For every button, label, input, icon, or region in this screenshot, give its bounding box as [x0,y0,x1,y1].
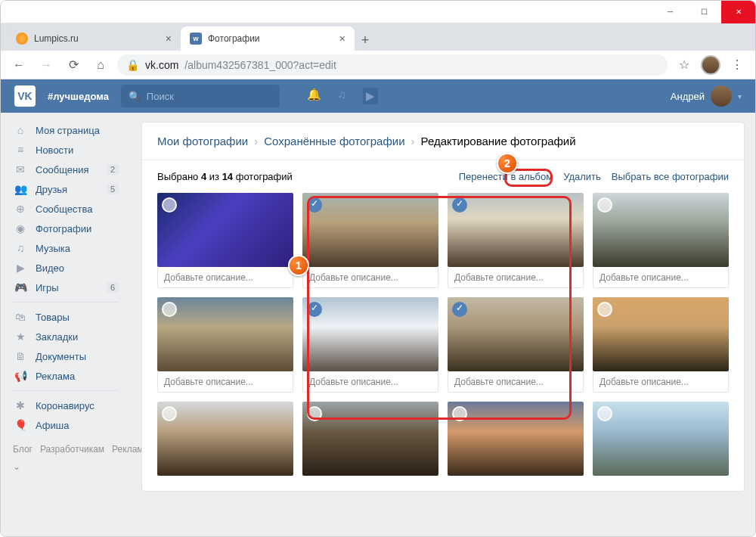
back-button[interactable]: ← [8,54,29,76]
sidebar-icon: 🎈 [13,419,28,431]
sidebar-badge: 2 [107,164,119,175]
selection-checkbox[interactable] [162,406,177,421]
photo-thumbnail[interactable] [157,193,293,267]
selection-checkbox[interactable] [307,197,322,213]
window-close-button[interactable]: ✕ [721,1,755,23]
sidebar-item[interactable]: ♫Музыка [1,238,131,258]
selection-checkbox[interactable] [307,302,322,317]
url-path: /album432567381_000?act=edit [184,59,336,71]
photo-thumbnail[interactable] [302,297,438,371]
sidebar-item[interactable]: 🛍Товары [1,307,131,327]
tab-title: Lumpics.ru [34,33,160,44]
sidebar-item-label: Друзья [36,184,67,195]
sidebar-item[interactable]: ✱Коронавирус [1,396,131,415]
selection-checkbox[interactable] [162,302,177,317]
sidebar-item[interactable]: ⌂Моя страница [1,120,131,140]
reload-button[interactable]: ⟳ [63,54,84,76]
photo-caption-input[interactable]: Добавьте описание... [448,371,584,393]
sidebar-icon: ★ [13,331,28,343]
photo-card: Добавьте описание... [448,297,584,393]
sidebar-item[interactable]: ⊕Сообщества [1,199,131,219]
sidebar-item-label: Музыка [36,243,70,254]
sidebar-icon: ✉ [13,163,28,175]
delete-link[interactable]: Удалить [563,171,601,182]
vk-logo-icon[interactable]: VK [14,85,36,107]
profile-avatar[interactable] [701,55,720,75]
selection-checkbox[interactable] [162,197,177,213]
address-bar[interactable]: 🔒 vk.com/album432567381_000?act=edit [117,54,668,76]
sidebar-item-label: Новости [36,144,73,156]
photo-card: Добавьте описание... [593,297,729,393]
notifications-icon[interactable]: 🔔 [307,88,321,104]
photo-caption-input[interactable]: Добавьте описание... [448,267,584,288]
sidebar-item-label: Моя страница [36,125,100,136]
selection-checkbox[interactable] [307,406,322,421]
photo-caption-input[interactable]: Добавьте описание... [302,267,438,288]
menu-button[interactable]: ⋮ [727,54,748,76]
annotation-number: 2 [497,153,518,174]
new-tab-button[interactable]: + [355,29,376,51]
tab-title: Фотографии [208,33,333,44]
photo-thumbnail[interactable] [448,297,584,371]
sidebar-item[interactable]: 🗎Документы [1,346,131,366]
sidebar-icon: ◉ [13,222,28,234]
home-button[interactable]: ⌂ [90,54,111,76]
photo-caption-input[interactable]: Добавьте описание... [593,371,729,393]
footer-link[interactable]: Разработчикам [40,444,104,455]
sidebar-item[interactable]: ◉Фотографии [1,219,131,238]
sidebar-item[interactable]: ✉Сообщения2 [1,160,131,179]
photo-thumbnail[interactable] [302,402,438,476]
bookmark-button[interactable]: ☆ [674,54,695,76]
sidebar-item[interactable]: ▶Видео [1,258,131,278]
photo-thumbnail[interactable] [593,297,729,371]
photo-caption-input[interactable]: Добавьте описание... [157,371,293,393]
window-maximize-button[interactable]: ☐ [687,1,721,23]
photo-thumbnail[interactable] [157,297,293,371]
sidebar-item[interactable]: 📢Реклама [1,366,131,386]
sidebar-item[interactable]: ★Закладки [1,327,131,346]
photo-thumbnail[interactable] [448,402,584,476]
vk-hashtag[interactable]: #лучшедома [48,91,109,102]
photo-caption-input[interactable]: Добавьте описание... [157,267,293,288]
sidebar-item[interactable]: 🎈Афиша [1,415,131,435]
footer-link[interactable]: Блог [13,444,33,455]
photo-card [593,402,729,476]
browser-toolbar: ← → ⟳ ⌂ 🔒 vk.com/album432567381_000?act=… [1,51,755,79]
photo-thumbnail[interactable] [302,193,438,267]
sidebar-icon: 🗎 [13,350,28,362]
vk-body: ⌂Моя страница≡Новости✉Сообщения2👥Друзья5… [1,113,755,537]
sidebar-item[interactable]: 👥Друзья5 [1,179,131,199]
music-icon[interactable]: ♫ [338,88,346,104]
select-all-link[interactable]: Выбрать все фотографии [612,171,729,182]
vk-search-input[interactable]: 🔍 Поиск [121,85,280,107]
breadcrumb-link[interactable]: Сохранённые фотографии [264,135,404,147]
sidebar-item[interactable]: ≡Новости [1,140,131,160]
tab-close-icon[interactable]: × [166,33,172,45]
selection-checkbox[interactable] [452,197,467,213]
selection-checkbox[interactable] [597,406,612,421]
sidebar: ⌂Моя страница≡Новости✉Сообщения2👥Друзья5… [1,113,131,537]
sidebar-item[interactable]: 🎮Игры6 [1,278,131,297]
browser-tab-active[interactable]: w Фотографии × [181,26,355,51]
photo-caption-input[interactable]: Добавьте описание... [302,371,438,393]
photo-thumbnail[interactable] [593,402,729,476]
sidebar-icon: ✱ [13,399,28,411]
photo-thumbnail[interactable] [448,193,584,267]
photo-thumbnail[interactable] [157,402,293,476]
browser-tab[interactable]: Lumpics.ru × [7,26,181,51]
chevron-right-icon: › [254,135,258,147]
selection-checkbox[interactable] [452,406,467,421]
breadcrumb-link[interactable]: Мои фотографии [157,135,248,147]
selection-checkbox[interactable] [597,302,612,317]
window-minimize-button[interactable]: ─ [653,1,687,23]
tab-close-icon[interactable]: × [339,33,345,45]
selection-checkbox[interactable] [597,197,612,213]
sidebar-icon: 👥 [13,183,28,195]
forward-button[interactable]: → [36,54,57,76]
photo-caption-input[interactable]: Добавьте описание... [593,267,729,288]
play-icon[interactable]: ▶ [363,88,378,104]
photo-thumbnail[interactable] [593,193,729,267]
vk-user-menu[interactable]: Андрей ▾ [671,85,742,107]
sidebar-item-label: Закладки [36,331,78,343]
selection-checkbox[interactable] [452,302,467,317]
